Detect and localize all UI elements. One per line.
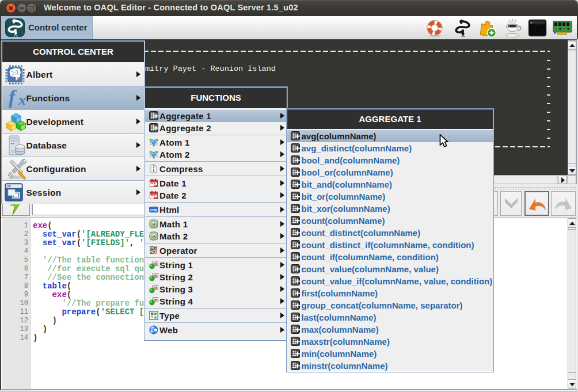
svg-text:HTML: HTML xyxy=(150,208,158,212)
svg-text:M: M xyxy=(152,222,155,226)
svg-text:M: M xyxy=(152,234,155,238)
